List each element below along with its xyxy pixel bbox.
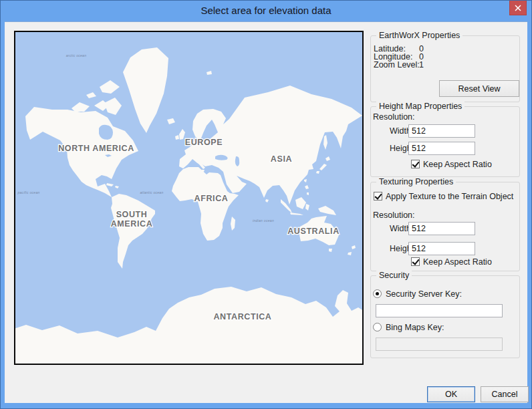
zoom-level-value: 1 [419,60,424,70]
longitude-row: Longitude: 0 [374,52,517,60]
texturing-keep-aspect-label: Keep Aspect Ratio [423,257,492,267]
security-group: Security Security Server Key: Bing Maps … [370,275,520,358]
continent-label: ASIA [271,154,292,164]
security-server-key-input[interactable] [376,304,503,317]
height-map-properties-group: Height Map Properties Resolution: Width:… [370,106,520,177]
ocean-label: indian ocean [253,219,274,223]
apply-texture-label: Apply Texture to the Terrain Object [386,192,513,201]
security-title: Security [376,271,412,280]
title-bar: Select area for elevation data [1,1,531,21]
zoom-level-row: Zoom Level: 1 [374,60,517,68]
world-map[interactable]: arctic ocean pacific ocean atlantic ocea… [14,31,364,365]
dialog-window: Select area for elevation data [0,0,532,409]
latitude-row: Latitude: 0 [374,44,517,52]
heightmap-width-input[interactable] [408,124,475,138]
heightmap-keep-aspect-label: Keep Aspect Ratio [423,160,492,169]
ok-button[interactable]: OK [427,386,475,402]
earthworx-properties-title: EarthWorX Properties [376,31,462,40]
ocean-label: pacific ocean [17,190,39,194]
texturing-width-input[interactable] [408,222,475,235]
bing-maps-key-radio[interactable] [373,323,382,331]
continent-label: EUROPE [185,138,223,147]
texturing-properties-group: Texturing Properties Apply Texture to th… [370,182,520,271]
heightmap-height-input[interactable] [408,142,475,155]
world-map-svg: arctic ocean pacific ocean atlantic ocea… [15,32,362,364]
texturing-height-input[interactable] [408,242,475,255]
earthworx-properties-group: EarthWorX Properties Latitude: 0 Longitu… [370,35,520,102]
texturing-keep-aspect-checkbox[interactable] [411,257,420,266]
continent-label: AFRICA [194,194,229,203]
height-map-properties-title: Height Map Properties [376,102,464,111]
dialog-title: Select area for elevation data [1,5,531,16]
continent-label: NORTH AMERICA [58,144,134,153]
cancel-button[interactable]: Cancel [481,386,529,402]
close-button[interactable] [509,1,527,15]
dialog-client-area: arctic ocean pacific ocean atlantic ocea… [5,21,527,403]
zoom-level-label: Zoom Level: [374,60,420,70]
continent-label: ANTARCTICA [213,312,271,321]
reset-view-button[interactable]: Reset View [439,80,519,97]
continent-label: AMERICA [111,219,153,229]
texturing-properties-title: Texturing Properties [376,177,456,186]
heightmap-resolution-label: Resolution: [373,112,415,122]
texturing-resolution-label: Resolution: [373,211,415,220]
close-icon [515,5,521,11]
apply-texture-checkbox[interactable] [374,192,382,200]
bing-maps-key-input[interactable] [376,337,503,351]
ocean-label: arctic ocean [66,53,87,57]
continent-label: SOUTH [116,210,148,219]
security-server-key-label: Security Server Key: [386,289,462,299]
heightmap-keep-aspect-checkbox[interactable] [411,160,420,168]
security-server-key-radio[interactable] [373,289,382,298]
bing-maps-key-label: Bing Maps Key: [386,323,444,332]
ocean-label: atlantic ocean [140,190,163,194]
continent-label: AUSTRALIA [287,227,340,236]
